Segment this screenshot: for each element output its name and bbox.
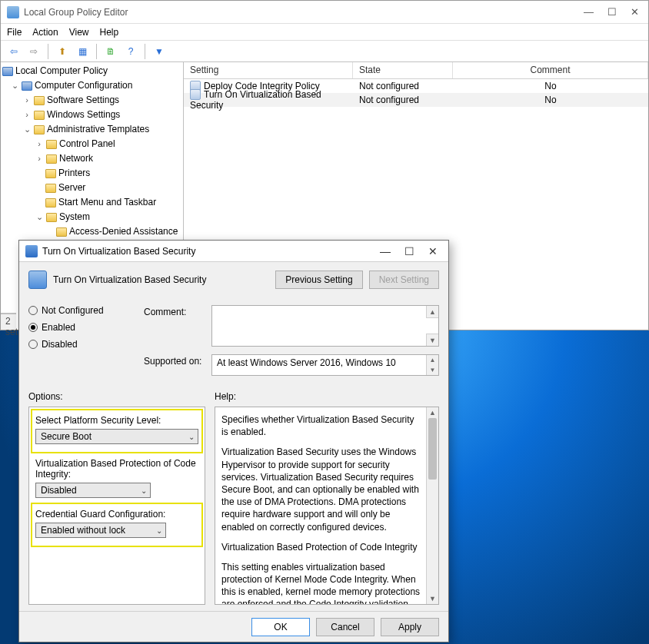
dialog-titlebar[interactable]: Turn On Virtualization Based Security — … <box>19 241 448 262</box>
radio-enabled[interactable]: Enabled <box>28 322 121 333</box>
scroll-down-icon[interactable]: ▼ <box>426 334 438 346</box>
col-setting[interactable]: Setting <box>184 62 353 78</box>
row-state: Not configured <box>353 81 453 91</box>
filter-button[interactable]: ▼ <box>151 43 168 60</box>
setting-row[interactable]: Turn On Virtualization Based Security No… <box>184 93 648 107</box>
policy-large-icon <box>28 271 47 289</box>
credential-guard-dropdown[interactable]: Enabled without lock ⌄ <box>35 523 166 538</box>
tree-computer-config[interactable]: Computer Configuration <box>35 79 132 92</box>
vbp-dropdown[interactable]: Disabled ⌄ <box>35 483 151 498</box>
tree-access-denied[interactable]: Access-Denied Assistance <box>69 225 178 238</box>
expander-icon[interactable]: › <box>35 138 44 151</box>
radio-label: Enabled <box>42 322 75 333</box>
row-comment: No <box>453 95 648 105</box>
col-comment[interactable]: Comment <box>453 62 648 78</box>
scroll-down-icon[interactable]: ▼ <box>427 593 438 604</box>
app-icon <box>7 6 19 18</box>
computer-icon <box>22 81 32 91</box>
menu-view[interactable]: View <box>69 27 89 38</box>
scroll-up-icon[interactable]: ▲ <box>426 355 438 365</box>
dropdown-value: Secure Boot <box>41 431 92 442</box>
apply-button[interactable]: Apply <box>381 618 439 636</box>
expander-icon[interactable]: › <box>35 152 44 165</box>
ok-button[interactable]: OK <box>251 618 310 636</box>
radio-label: Disabled <box>42 339 78 350</box>
next-setting-button[interactable]: Next Setting <box>369 271 439 289</box>
forward-button[interactable]: ⇨ <box>25 43 42 60</box>
radio-disabled[interactable]: Disabled <box>28 339 121 350</box>
setting-icon <box>190 89 201 100</box>
up-button[interactable]: ⬆ <box>54 43 71 60</box>
credential-guard-group: Credential Guard Configuration: Enabled … <box>31 503 203 547</box>
export-list-button[interactable]: 🗎 <box>102 43 119 60</box>
tree-windows-settings[interactable]: Windows Settings <box>47 108 120 121</box>
dialog-minimize-button[interactable]: — <box>380 245 391 257</box>
help-scrollbar[interactable]: ▲ ▼ <box>426 407 438 604</box>
folder-icon <box>34 111 45 120</box>
previous-setting-button[interactable]: Previous Setting <box>275 271 362 289</box>
comment-input[interactable]: ▲ ▼ <box>211 305 439 347</box>
radio-not-configured[interactable]: Not Configured <box>28 305 121 316</box>
tree-root[interactable]: Local Computer Policy <box>15 65 108 78</box>
list-header: Setting State Comment <box>184 62 648 79</box>
expander-icon[interactable]: ⌄ <box>22 123 32 136</box>
show-hide-tree-button[interactable]: ▦ <box>74 43 91 60</box>
tree-printers[interactable]: Printers <box>58 167 90 180</box>
help-heading: Help: <box>215 391 439 402</box>
close-button[interactable]: ✕ <box>631 6 639 18</box>
scroll-up-icon[interactable]: ▲ <box>426 306 438 318</box>
folder-icon <box>45 184 56 193</box>
tree-system[interactable]: System <box>59 211 90 224</box>
cancel-button[interactable]: Cancel <box>316 618 374 636</box>
titlebar[interactable]: Local Group Policy Editor — ☐ ✕ <box>1 1 648 24</box>
toolbar: ⇦ ⇨ ⬆ ▦ 🗎 ? ▼ <box>1 41 648 62</box>
expander-icon[interactable]: ⌄ <box>10 79 19 92</box>
platform-security-dropdown[interactable]: Secure Boot ⌄ <box>35 429 198 444</box>
row-comment: No <box>453 81 648 91</box>
scroll-up-icon[interactable]: ▲ <box>427 407 438 418</box>
policy-icon <box>2 67 13 76</box>
dropdown-value: Enabled without lock <box>41 525 125 536</box>
help-text: This setting enables virtualization base… <box>221 561 421 605</box>
back-button[interactable]: ⇦ <box>5 43 22 60</box>
menu-help[interactable]: Help <box>100 27 119 38</box>
row-name: Turn On Virtualization Based Security <box>190 89 321 111</box>
dialog-close-button[interactable]: ✕ <box>428 245 438 257</box>
menu-action[interactable]: Action <box>32 27 58 38</box>
tree-server[interactable]: Server <box>58 181 85 194</box>
chevron-down-icon: ⌄ <box>141 486 147 495</box>
tree-admin-templates[interactable]: Administrative Templates <box>47 123 149 136</box>
policy-dialog: Turn On Virtualization Based Security — … <box>18 240 449 642</box>
help-text: Specifies whether Virtualization Based S… <box>221 413 421 438</box>
expander-icon[interactable]: › <box>22 94 32 107</box>
expander-icon[interactable]: › <box>22 108 32 121</box>
dialog-icon <box>25 245 38 257</box>
scrollbar-thumb[interactable] <box>428 418 437 480</box>
vbp-label: Virtualization Based Protection of Code … <box>35 458 198 480</box>
tree-software-settings[interactable]: Software Settings <box>47 94 119 107</box>
folder-icon <box>56 227 67 237</box>
dialog-body: Turn On Virtualization Based Security Pr… <box>19 262 448 611</box>
supported-label: Supported on: <box>144 354 205 367</box>
scroll-down-icon[interactable]: ▼ <box>426 365 438 375</box>
folder-icon <box>46 154 57 164</box>
tree-control-panel[interactable]: Control Panel <box>59 138 115 151</box>
platform-security-group: Select Platform Security Level: Secure B… <box>31 409 203 453</box>
menu-file[interactable]: File <box>7 27 22 38</box>
help-button[interactable]: ? <box>122 43 139 60</box>
radio-icon <box>28 306 38 315</box>
maximize-button[interactable]: ☐ <box>607 6 617 18</box>
col-state[interactable]: State <box>353 62 453 78</box>
folder-icon <box>34 125 45 134</box>
tree-network[interactable]: Network <box>59 152 93 165</box>
dialog-maximize-button[interactable]: ☐ <box>404 245 414 257</box>
folder-icon <box>34 96 45 105</box>
expander-icon[interactable]: ⌄ <box>35 211 44 224</box>
radio-icon <box>28 323 38 332</box>
minimize-button[interactable]: — <box>584 6 594 18</box>
dialog-title: Turn On Virtualization Based Security <box>42 246 195 257</box>
tree-start-menu[interactable]: Start Menu and Taskbar <box>58 196 156 209</box>
supported-on-text: At least Windows Server 2016, Windows 10 <box>217 357 396 368</box>
statusbar: 2 setting(s) <box>1 313 16 330</box>
platform-security-label: Select Platform Security Level: <box>35 415 198 426</box>
